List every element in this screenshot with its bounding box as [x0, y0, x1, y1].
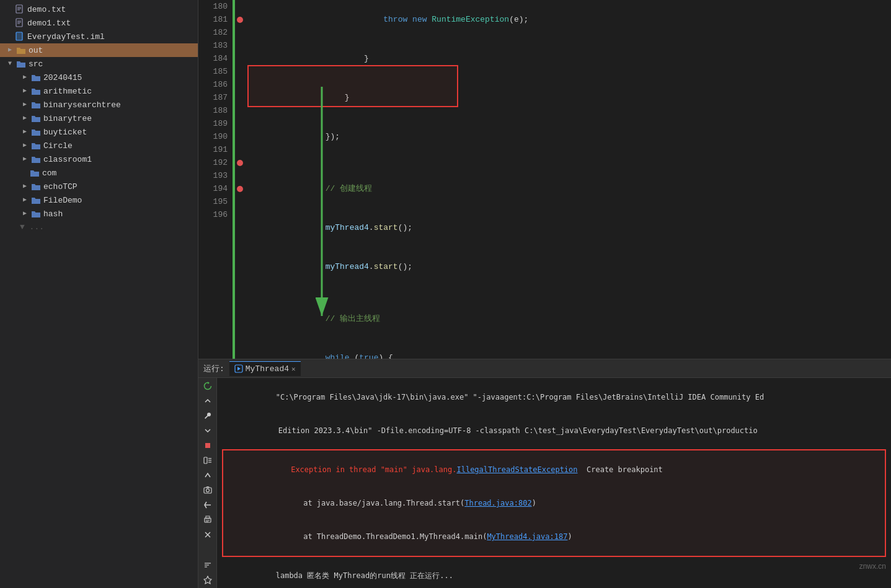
stack-at-1: at java.base/java.lang.Thread.start( — [303, 499, 464, 507]
sidebar-item-demo1-txt[interactable]: demo1.txt — [0, 16, 198, 30]
delete-icon[interactable] — [202, 529, 213, 540]
gutter-line-193 — [233, 169, 247, 182]
sort-icon[interactable] — [202, 559, 213, 571]
sidebar-item-src[interactable]: src — [0, 57, 198, 71]
sidebar-item-demo-txt[interactable]: demo.txt — [0, 2, 198, 16]
command-text-2: Edition 2023.3.4\bin" -Dfile.encoding=UT… — [276, 426, 758, 435]
sidebar-item-label: hash — [43, 209, 63, 219]
sidebar-item-binarysearchtree[interactable]: binarysearchtree — [0, 98, 198, 112]
sidebar-item-label: com — [42, 169, 56, 178]
sidebar-item-filedemo[interactable]: FileDemo — [0, 193, 198, 207]
sidebar-item-out[interactable]: out — [0, 43, 198, 57]
file-icon — [15, 4, 25, 14]
svg-rect-18 — [204, 488, 211, 493]
terminal-panel: 运行: MyThread4 ✕ — [198, 359, 891, 588]
stop-icon[interactable] — [202, 440, 213, 451]
gutter-line-182 — [233, 26, 247, 39]
terminal-sidebar-icons — [198, 378, 217, 588]
sidebar-item-label: demo.txt — [27, 5, 66, 14]
stack-link-1[interactable]: Thread.java:802 — [464, 499, 531, 507]
chevron-icon — [20, 182, 30, 191]
sidebar-item-com[interactable]: com — [0, 166, 198, 180]
sidebar-item-buyticket[interactable]: buyticket — [0, 125, 198, 139]
main-area: demo.txt demo1.txt EverydayTest.iml — [0, 0, 891, 588]
chevron-icon — [20, 209, 30, 219]
code-line-188 — [257, 286, 881, 299]
wrench-icon[interactable] — [202, 410, 213, 421]
gutter-line-188 — [233, 104, 247, 117]
chevron-icon — [20, 72, 30, 82]
sidebar-item-label: EverydayTest.iml — [27, 32, 105, 42]
gutter-line-180 — [233, 0, 247, 13]
code-line-189: // 输出主线程 — [257, 299, 881, 338]
folder-icon — [31, 209, 41, 219]
up-icon[interactable] — [202, 395, 213, 406]
terminal-output: "C:\Program Files\Java\jdk-17\bin\java.e… — [217, 378, 891, 588]
stack-paren-2: ) — [567, 532, 572, 541]
down-icon[interactable] — [202, 425, 213, 436]
exit-icon[interactable] — [202, 499, 213, 511]
command-text-1: "C:\Program Files\Java\jdk-17\bin\java.e… — [276, 393, 764, 402]
folder-icon — [31, 86, 41, 96]
sidebar-item-label: binarytree — [43, 114, 92, 123]
gutter-line-190 — [233, 130, 247, 143]
code-line-190: while (true) { — [257, 338, 881, 359]
svg-rect-14 — [204, 457, 207, 463]
sidebar-item-label: echoTCP — [43, 182, 78, 191]
chevron-icon — [20, 127, 30, 137]
chevron-icon — [20, 113, 30, 123]
sidebar-item-hash[interactable]: hash — [0, 207, 198, 221]
file-sidebar: demo.txt demo1.txt EverydayTest.iml — [0, 0, 198, 588]
sidebar-item-classroom1[interactable]: classroom1 — [0, 152, 198, 166]
breakpoint-dot[interactable] — [237, 17, 243, 23]
stack-link-2[interactable]: MyThread4.java:187 — [487, 532, 567, 541]
code-editor: 180 181 182 183 184 185 186 187 188 189 … — [198, 0, 891, 359]
sidebar-item-echotcp[interactable]: echoTCP — [0, 180, 198, 193]
up-arrow2-icon[interactable] — [202, 470, 213, 481]
gutter-line-189 — [233, 117, 247, 130]
print-icon[interactable] — [202, 514, 213, 525]
code-line-182: } — [257, 78, 881, 117]
gutter-line-191 — [233, 143, 247, 156]
camera-icon[interactable] — [202, 485, 213, 496]
sidebar-item-20240415[interactable]: 20240415 — [0, 71, 198, 84]
terminal-tab[interactable]: MyThread4 ✕ — [229, 361, 301, 376]
folder-icon — [31, 141, 41, 151]
exception-link[interactable]: IllegalThreadStateException — [456, 465, 577, 474]
sidebar-item-label: src — [29, 59, 43, 69]
terminal-body: "C:\Program Files\Java\jdk-17\bin\java.e… — [198, 378, 891, 588]
folder-icon — [16, 45, 26, 55]
folder-icon — [31, 182, 41, 191]
sidebar-item-circle[interactable]: Circle — [0, 139, 198, 152]
list-icon[interactable] — [202, 455, 213, 466]
gutter-line-181 — [233, 13, 247, 26]
breakpoint-dot[interactable] — [237, 186, 243, 192]
error-line-3: at ThreadDemo.ThreadDemo1.MyThread4.main… — [228, 520, 880, 553]
breakpoint-dot[interactable] — [237, 160, 243, 166]
error-line-2: at java.base/java.lang.Thread.start(Thre… — [228, 486, 880, 520]
breakpoint-hint: Create breakpoint — [578, 465, 663, 474]
sidebar-item-arithmetic[interactable]: arithmetic — [0, 84, 198, 98]
stack-paren-1: ) — [532, 499, 536, 507]
exception-text: Exception in thread "main" java.lang. — [291, 465, 456, 474]
chevron-icon — [5, 45, 15, 55]
folder-icon — [30, 168, 40, 178]
iml-file-icon — [15, 32, 25, 42]
sidebar-item-binarytree[interactable]: binarytree — [0, 112, 198, 125]
pin-icon[interactable] — [202, 574, 213, 586]
code-line-181: } — [257, 39, 881, 78]
code-line-180: throw new RuntimeException(e); — [257, 0, 881, 39]
code-content-area: throw new RuntimeException(e); } } }); / — [247, 0, 891, 359]
code-line-184 — [257, 156, 881, 169]
sidebar-item-label: Circle — [43, 141, 73, 151]
term-command-line-1: "C:\Program Files\Java\jdk-17\bin\java.e… — [222, 380, 886, 414]
sidebar-item-iml[interactable]: EverydayTest.iml — [0, 30, 198, 43]
stack-at-2: at ThreadDemo.ThreadDemo1.MyThread4.main… — [303, 532, 487, 541]
code-line-183: }); — [257, 117, 881, 156]
folder-icon — [31, 127, 41, 137]
folder-icon — [31, 72, 41, 82]
restart-icon[interactable] — [202, 380, 213, 392]
chevron-icon — [20, 154, 30, 164]
close-tab-button[interactable]: ✕ — [291, 365, 296, 373]
folder-icon — [31, 100, 41, 110]
